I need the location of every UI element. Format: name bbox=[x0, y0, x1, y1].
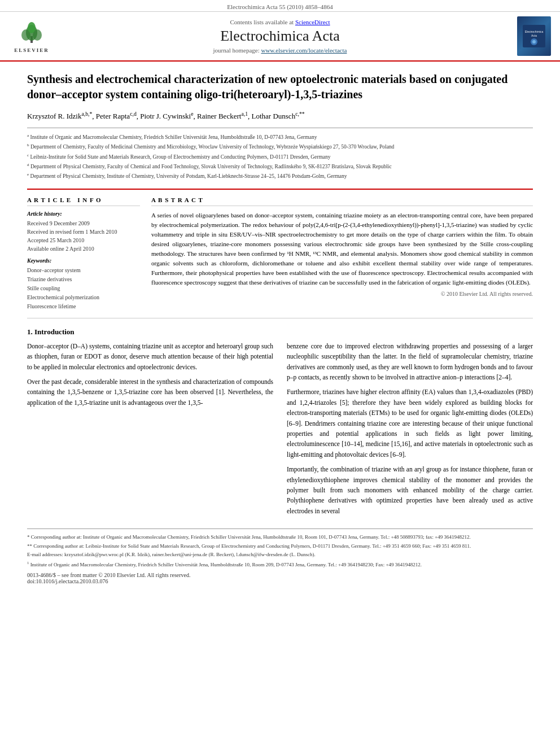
author-idzik: Krzysztof R. Idzika,b,*, bbox=[27, 112, 96, 120]
affiliation-e: e Department of Physical Chemistry, Inst… bbox=[27, 172, 533, 180]
intro-right-para-1: benzene core due to improved electron wi… bbox=[287, 341, 533, 383]
keyword-1: Donor–acceptor system bbox=[27, 266, 140, 275]
accepted-date: Accepted 25 March 2010 bbox=[27, 236, 140, 244]
affiliations-section: a Institute of Organic and Macromolecula… bbox=[27, 128, 533, 181]
affiliation-a: a Institute of Organic and Macromolecula… bbox=[27, 133, 533, 141]
affiliation-c: c Leibniz-Institute for Solid State and … bbox=[27, 152, 533, 161]
issn-text: 0013-4686/$ – see front matter © 2010 El… bbox=[27, 572, 533, 578]
svg-point-10 bbox=[532, 40, 536, 43]
article-info-heading: A R T I C L E I N F O bbox=[27, 196, 140, 206]
sciencedirect-link[interactable]: ScienceDirect bbox=[295, 19, 330, 25]
abstract-col: A B S T R A C T A series of novel oligoa… bbox=[151, 196, 533, 311]
doi-section: 0013-4686/$ – see front matter © 2010 El… bbox=[27, 572, 533, 584]
svg-text:Electrochimica: Electrochimica bbox=[525, 30, 544, 33]
article-history-label: Article history: bbox=[27, 211, 140, 217]
keyword-2: Triazine derivatives bbox=[27, 275, 140, 284]
elsevier-wordmark: ELSEVIER bbox=[14, 47, 49, 53]
top-bar: Electrochimica Acta 55 (2010) 4858–4864 bbox=[0, 0, 560, 12]
intro-right-para-2: Furthermore, triazines have higher elect… bbox=[287, 387, 533, 460]
footnote-star: * Corresponding author at: Institute of … bbox=[27, 534, 533, 541]
keyword-4: Electrochemical polymerization bbox=[27, 293, 140, 302]
journal-citation: Electrochimica Acta 55 (2010) 4858–4864 bbox=[227, 3, 333, 10]
journal-cover-icon: Electrochimica Acta bbox=[523, 25, 545, 47]
article-info-abstract: A R T I C L E I N F O Article history: R… bbox=[27, 189, 533, 318]
homepage-url[interactable]: www.elsevier.com/locate/electacta bbox=[261, 47, 347, 54]
journal-title: Electrochimica Acta bbox=[54, 28, 506, 45]
footnotes-section: * Corresponding author at: Institute of … bbox=[27, 528, 533, 569]
paper-title: Synthesis and electrochemical characteri… bbox=[27, 72, 533, 102]
article-info-col: A R T I C L E I N F O Article history: R… bbox=[27, 196, 140, 311]
intro-right-col: benzene core due to improved electron wi… bbox=[287, 341, 533, 521]
section-number: 1. bbox=[27, 327, 34, 336]
authors-line: Krzysztof R. Idzika,b,*, Peter Raptac,d,… bbox=[27, 110, 533, 122]
abstract-text: A series of novel oligoarylenes based on… bbox=[151, 211, 533, 287]
keywords-label: Keywords: bbox=[27, 257, 140, 264]
journal-icon-box: Electrochimica Acta bbox=[517, 16, 551, 56]
available-online-date: Available online 2 April 2010 bbox=[27, 244, 140, 253]
journal-header: ELSEVIER Contents lists available at Sci… bbox=[0, 12, 560, 62]
journal-logo-right: Electrochimica Acta bbox=[506, 16, 551, 56]
page-wrapper: Electrochimica Acta 55 (2010) 4858–4864 … bbox=[0, 0, 560, 595]
elsevier-tree-icon bbox=[18, 19, 45, 46]
intro-para-1: Donor–acceptor (D–A) systems, containing… bbox=[27, 341, 273, 372]
sciencedirect-prefix: Contents lists available at bbox=[230, 19, 295, 25]
abstract-heading: A B S T R A C T bbox=[151, 196, 533, 206]
svg-point-5 bbox=[28, 22, 36, 33]
footnote-double-star: ** Corresponding author at: Leibniz-Inst… bbox=[27, 543, 533, 551]
sciencedirect-line: Contents lists available at ScienceDirec… bbox=[54, 19, 506, 25]
keyword-5: Fluorescence lifetime bbox=[27, 302, 140, 311]
copyright-line: © 2010 Elsevier Ltd. All rights reserved… bbox=[151, 291, 533, 297]
author-beckert: Rainer Beckerta,1, bbox=[197, 112, 251, 120]
keyword-3: Stille coupling bbox=[27, 284, 140, 293]
elsevier-logo-section: ELSEVIER bbox=[9, 19, 54, 53]
introduction-section: 1. Introduction Donor–acceptor (D–A) sys… bbox=[27, 327, 533, 521]
received-revised-date: Received in revised form 1 March 2010 bbox=[27, 228, 140, 236]
introduction-title: 1. Introduction bbox=[27, 327, 533, 337]
author-dunsch: Lothar Dunschc,** bbox=[252, 112, 305, 120]
main-content: Synthesis and electrochemical characteri… bbox=[0, 62, 560, 595]
footnote-email: E-mail addresses: krzysztof.idzik@pwr.wr… bbox=[27, 551, 533, 559]
section-heading-text: Introduction bbox=[34, 327, 75, 336]
introduction-body: Donor–acceptor (D–A) systems, containing… bbox=[27, 341, 533, 521]
received-date: Received 9 December 2009 bbox=[27, 219, 140, 228]
footnote-1: 1 Institute of Organic and Macromolecula… bbox=[27, 560, 533, 569]
journal-center: Contents lists available at ScienceDirec… bbox=[54, 19, 506, 54]
affiliation-d: d Department of Physical Chemistry, Facu… bbox=[27, 162, 533, 171]
intro-para-2: Over the past decade, considerable inter… bbox=[27, 377, 273, 408]
journal-homepage: journal homepage: www.elsevier.com/locat… bbox=[54, 47, 506, 54]
author-rapta: Peter Raptac,d, bbox=[96, 112, 140, 120]
elsevier-logo: ELSEVIER bbox=[9, 19, 54, 53]
svg-text:Acta: Acta bbox=[531, 34, 537, 37]
intro-left-col: Donor–acceptor (D–A) systems, containing… bbox=[27, 341, 273, 521]
intro-right-para-3: Importantly, the combination of triazine… bbox=[287, 464, 533, 516]
affiliation-b: b Department of Chemistry, Faculty of Me… bbox=[27, 142, 533, 151]
homepage-label: journal homepage: bbox=[213, 47, 260, 54]
author-cywinski: Piotr J. Cywinskie, bbox=[140, 112, 197, 120]
doi-text: doi:10.1016/j.electacta.2010.03.076 bbox=[27, 578, 533, 584]
